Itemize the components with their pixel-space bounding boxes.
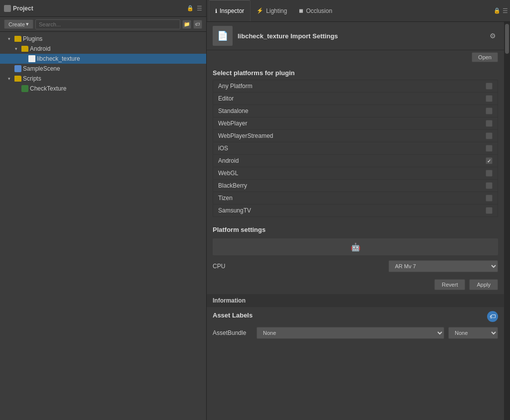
platform-row-webplayer: WebPlayer — [213, 117, 498, 130]
tree-item-plugins[interactable]: ▾ Plugins — [0, 34, 206, 44]
android-arrow-icon: ▾ — [15, 46, 20, 51]
inspector-file-header: 📄 libcheck_texture Import Settings ⚙ — [207, 22, 504, 50]
platform-label-ios: iOS — [218, 145, 228, 152]
libcheck-file-icon — [28, 55, 35, 62]
assetbundle-select-1[interactable]: None — [256, 327, 444, 339]
platform-label-any: Any Platform — [218, 83, 253, 90]
apply-button[interactable]: Apply — [469, 279, 498, 290]
platform-checkbox-webplayer[interactable] — [486, 120, 493, 127]
tree-item-samplescene[interactable]: SampleScene — [0, 64, 206, 74]
information-section: Information — [207, 294, 504, 307]
plugins-label: Plugins — [23, 35, 42, 42]
project-folder-icon[interactable]: 📁 — [182, 20, 191, 29]
platform-label-editor: Editor — [218, 95, 234, 102]
search-input[interactable] — [35, 19, 180, 29]
android-folder-icon — [21, 46, 28, 52]
file-thumb-icon: 📄 — [217, 30, 228, 41]
occlusion-tab-label: Occlusion — [306, 7, 332, 14]
platform-row-android: Android ✓ — [213, 155, 498, 167]
project-title: Project — [13, 5, 33, 12]
create-arrow-icon: ▾ — [26, 21, 29, 27]
platform-row-blackberry: BlackBerry — [213, 180, 498, 192]
platform-label-webplayerstreamed: WebPlayerStreamed — [218, 132, 273, 139]
platform-row-samsungtv: SamsungTV — [213, 205, 498, 216]
lighting-tab-label: Lighting — [266, 7, 287, 14]
plugins-arrow-icon: ▾ — [8, 36, 13, 41]
project-tree: ▾ Plugins ▾ Android libcheck_texture — [0, 32, 206, 420]
project-menu-icon[interactable]: ☰ — [197, 5, 202, 12]
checktexture-label: CheckTexture — [30, 85, 66, 92]
plugins-folder-icon — [14, 36, 21, 42]
checktexture-script-icon — [21, 85, 28, 92]
assetbundle-label: AssetBundle — [213, 329, 253, 336]
project-tag-icon[interactable]: 🏷 — [193, 20, 202, 29]
asset-labels-section: Asset Labels 🏷 AssetBundle None None — [207, 307, 504, 343]
samplescene-label: SampleScene — [23, 65, 60, 72]
inspector-title: libcheck_texture Import Settings — [238, 32, 483, 40]
create-button[interactable]: Create ▾ — [4, 19, 33, 29]
samplescene-icon — [14, 65, 21, 72]
cpu-select[interactable]: AR Mv 7 ARMv6 x86 FAT (ARMv7+x86) — [388, 260, 498, 272]
platform-row-webgl: WebGL — [213, 167, 498, 180]
settings-gear-icon[interactable]: ⚙ — [488, 31, 498, 41]
android-icon-bar: 🤖 — [213, 238, 498, 255]
platform-checkbox-webgl[interactable] — [486, 170, 493, 177]
assetbundle-row: AssetBundle None None — [213, 325, 498, 339]
tree-item-checktexture[interactable]: CheckTexture — [0, 84, 206, 94]
platforms-section-title: Select platforms for plugin — [207, 64, 504, 80]
cpu-label: CPU — [213, 263, 225, 270]
inspector-lock-icon[interactable]: 🔒 — [494, 7, 501, 14]
scripts-arrow-icon: ▾ — [8, 76, 13, 81]
cpu-row: CPU AR Mv 7 ARMv6 x86 FAT (ARMv7+x86) — [207, 257, 504, 275]
platform-label-samsungtv: SamsungTV — [218, 207, 251, 214]
tab-bar: ℹ Inspector ⚡ Lighting ◼ Occlusion 🔒 ☰ — [207, 0, 510, 22]
android-label: Android — [30, 45, 50, 52]
inspector-scrollbar-thumb[interactable] — [505, 24, 509, 54]
platform-checkbox-android[interactable]: ✓ — [486, 157, 493, 164]
platform-checkbox-ios[interactable] — [486, 145, 493, 152]
platform-label-webgl: WebGL — [218, 170, 238, 177]
file-thumbnail: 📄 — [213, 26, 233, 46]
asset-tag-icon-btn[interactable]: 🏷 — [487, 311, 498, 322]
tree-item-scripts[interactable]: ▾ Scripts — [0, 74, 206, 84]
information-title: Information — [213, 297, 246, 304]
platform-row-tizen: Tizen — [213, 192, 498, 205]
platform-row-standalone: Standalone — [213, 105, 498, 117]
tree-item-android[interactable]: ▾ Android — [0, 44, 206, 54]
platform-checkbox-webplayerstreamed[interactable] — [486, 132, 493, 139]
platform-checkbox-any[interactable] — [486, 83, 493, 90]
lighting-tab-icon: ⚡ — [256, 7, 263, 14]
platform-row-editor: Editor — [213, 93, 498, 105]
assetbundle-select-2[interactable]: None — [448, 327, 498, 339]
platform-list: Any Platform Editor Standalone WebP — [213, 80, 498, 217]
inspector-menu-icon[interactable]: ☰ — [503, 7, 508, 14]
platform-label-webplayer: WebPlayer — [218, 120, 247, 127]
scripts-label: Scripts — [23, 75, 41, 82]
tree-item-libcheck-texture[interactable]: libcheck_texture — [0, 54, 206, 64]
inspector-content: 📄 libcheck_texture Import Settings ⚙ Ope… — [207, 22, 504, 420]
platform-checkbox-standalone[interactable] — [486, 107, 493, 114]
platform-checkbox-tizen[interactable] — [486, 195, 493, 202]
tab-inspector[interactable]: ℹ Inspector — [209, 0, 251, 21]
platform-label-blackberry: BlackBerry — [218, 182, 247, 189]
project-toolbar: Create ▾ 📁 🏷 — [0, 17, 206, 32]
revert-button[interactable]: Revert — [434, 279, 465, 290]
platform-row-webplayerstreamed: WebPlayerStreamed — [213, 130, 498, 142]
platform-checkbox-editor[interactable] — [486, 95, 493, 102]
inspector-scrollbar[interactable] — [504, 22, 510, 420]
open-button[interactable]: Open — [472, 52, 498, 62]
platform-settings-title: Platform settings — [207, 221, 504, 236]
platform-checkbox-samsungtv[interactable] — [486, 207, 493, 214]
platform-label-android: Android — [218, 157, 239, 164]
project-window-icon — [4, 5, 11, 12]
tab-lighting[interactable]: ⚡ Lighting — [251, 0, 293, 21]
inspector-tab-label: Inspector — [220, 7, 244, 14]
platform-row-ios: iOS — [213, 142, 498, 155]
android-robot-icon: 🤖 — [351, 242, 361, 252]
project-lock-icon[interactable]: 🔒 — [187, 5, 194, 11]
occlusion-tab-icon: ◼ — [299, 7, 303, 14]
platform-checkbox-blackberry[interactable] — [486, 182, 493, 189]
platform-label-standalone: Standalone — [218, 107, 249, 114]
tab-occlusion[interactable]: ◼ Occlusion — [293, 0, 338, 21]
asset-labels-title: Asset Labels — [213, 312, 253, 322]
